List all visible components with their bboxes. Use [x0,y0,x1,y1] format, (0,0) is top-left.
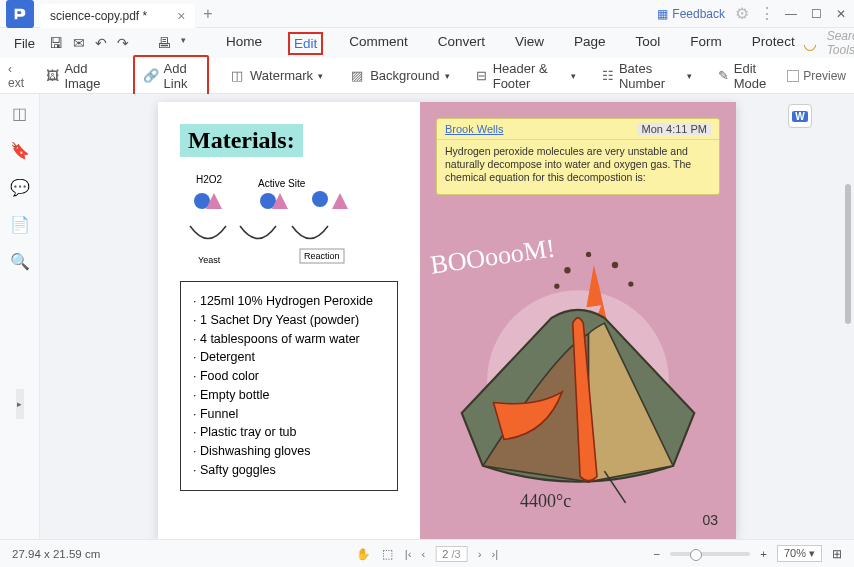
list-item: Safty goggles [193,461,385,480]
pencil-icon: ✎ [718,68,729,84]
fit-page-icon[interactable]: ⊞ [832,547,842,561]
volcano-illustration: BOOoooM! 4400°c [430,232,726,520]
chevron-down-icon: ▾ [318,71,323,81]
svg-point-14 [554,284,559,289]
user-icon[interactable]: ⚙ [735,4,749,23]
add-image-button[interactable]: 🖼 Add Image [40,58,118,94]
save-icon[interactable]: 🖫 [49,35,63,51]
add-tab-button[interactable]: + [203,5,212,23]
expand-sidebar-button[interactable]: ▸ [16,389,24,419]
zoom-slider[interactable] [670,552,750,556]
list-item: 1 Sachet Dry Yeast (powder) [193,311,385,330]
svg-text:Reaction: Reaction [304,251,340,261]
page-left: Materials: H2O2 Active Site Yeast Reacti… [158,102,420,539]
list-item: Empty bottle [193,386,385,405]
watermark-icon: ◫ [229,68,245,84]
tab-view[interactable]: View [511,32,548,55]
tab-edit[interactable]: Edit [288,32,323,55]
tab-title: science-copy.pdf * [50,9,147,23]
link-icon: 🔗 [143,68,159,84]
list-item: Plastic tray or tub [193,423,385,442]
tab-page[interactable]: Page [570,32,610,55]
edit-mode-button[interactable]: ✎ Edit Mode [712,58,778,94]
tab-convert[interactable]: Convert [434,32,489,55]
svg-point-10 [564,267,570,273]
list-item: Food color [193,367,385,386]
close-tab-icon[interactable]: × [177,8,185,24]
tab-comment[interactable]: Comment [345,32,412,55]
chevron-down-icon: ▾ [687,71,692,81]
chevron-down-icon: ▾ [445,71,450,81]
page-number: 03 [702,512,718,528]
list-item: 4 tablespoons of warm water [193,330,385,349]
watermark-button[interactable]: ◫ Watermark ▾ [223,65,329,87]
image-icon: 🖼 [46,68,59,84]
tab-protect[interactable]: Protect [748,32,799,55]
redo-icon[interactable]: ↷ [117,35,129,51]
minimize-button[interactable]: — [785,7,797,21]
background-button[interactable]: ▨ Background ▾ [343,65,455,87]
h2o2-label: H2O2 [196,174,223,185]
maximize-button[interactable]: ☐ [811,7,822,21]
zoom-in-button[interactable]: + [760,548,767,560]
note-timestamp: Mon 4:11 PM [638,123,711,135]
feedback-icon: ▦ [657,7,668,21]
close-window-button[interactable]: ✕ [836,7,846,21]
svg-point-13 [628,281,633,286]
bates-icon: ☷ [602,68,614,84]
search-panel-icon[interactable]: 🔍 [10,252,30,271]
document-tab[interactable]: science-copy.pdf * × [40,4,195,28]
tab-form[interactable]: Form [686,32,726,55]
zoom-value[interactable]: 70% ▾ [777,545,822,562]
page-input[interactable]: 2 /3 [435,546,467,562]
print-icon[interactable]: ✉ [73,35,85,51]
svg-text:Yeast: Yeast [198,255,221,265]
hand-tool-icon[interactable]: ✋ [356,547,370,561]
first-page-button[interactable]: |‹ [405,548,412,560]
header-footer-icon: ⊟ [476,68,488,84]
tab-tool[interactable]: Tool [632,32,665,55]
bulb-icon[interactable]: ◡ [803,34,817,53]
list-item: Dishwashing gloves [193,442,385,461]
zoom-out-button[interactable]: − [653,548,660,560]
kebab-icon[interactable]: ⋮ [759,4,775,23]
tab-home[interactable]: Home [222,32,266,55]
print-dropdown-icon[interactable]: ▾ [181,35,186,51]
feedback-button[interactable]: ▦ Feedback [657,7,725,21]
comments-icon[interactable]: 💬 [10,178,30,197]
select-tool-icon[interactable]: ⬚ [382,547,393,561]
search-tools-input[interactable]: Search Tools [827,29,854,57]
add-link-button[interactable]: 🔗 Add Link [133,55,209,97]
sticky-note[interactable]: Brook Wells Mon 4:11 PM Hydrogen peroxid… [436,118,720,195]
undo-icon[interactable]: ↶ [95,35,107,51]
thumbnails-icon[interactable]: ◫ [12,104,27,123]
list-item: Funnel [193,405,385,424]
file-menu[interactable]: File [8,34,41,53]
header-footer-button[interactable]: ⊟ Header & Footer ▾ [470,58,582,94]
materials-list: 125ml 10% Hydrogen Peroxide 1 Sachet Dry… [180,281,398,491]
last-page-button[interactable]: ›| [492,548,499,560]
active-site-label: Active Site [258,178,306,189]
app-icon [6,0,34,28]
document-canvas[interactable]: W Materials: H2O2 Active Site Yeast [40,94,854,539]
svg-point-12 [586,252,591,257]
bates-number-button[interactable]: ☷ Bates Number ▾ [596,58,698,94]
svg-marker-5 [332,193,348,209]
next-page-button[interactable]: › [478,548,482,560]
molecule-diagram: H2O2 Active Site Yeast Reaction [180,171,398,267]
list-item: 125ml 10% Hydrogen Peroxide [193,292,385,311]
preview-checkbox[interactable]: Preview [787,69,846,83]
word-export-badge[interactable]: W [788,104,812,128]
page-dimensions: 27.94 x 21.59 cm [12,548,100,560]
quick-print-icon[interactable]: 🖶 [157,35,171,51]
bookmarks-icon[interactable]: 🔖 [10,141,30,160]
note-author: Brook Wells [445,123,503,135]
note-body: Hydrogen peroxide molecules are very uns… [437,140,719,194]
prev-page-button[interactable]: ‹ [421,548,425,560]
vertical-scrollbar[interactable] [844,94,852,539]
background-icon: ▨ [349,68,365,84]
chevron-down-icon: ▾ [571,71,576,81]
attachments-icon[interactable]: 📄 [10,215,30,234]
materials-heading: Materials: [180,124,303,157]
ext-back[interactable]: ‹ ext [8,62,26,90]
